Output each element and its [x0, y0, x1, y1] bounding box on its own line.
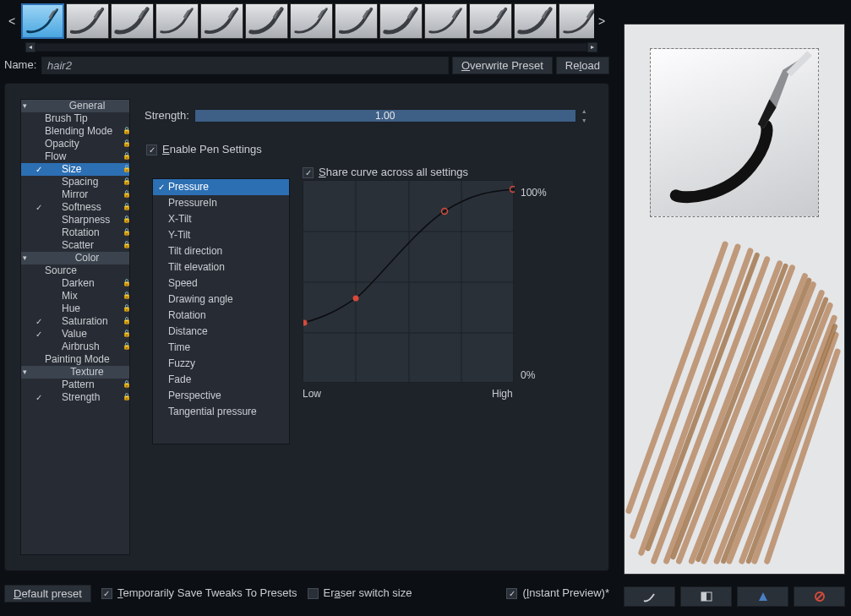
- svg-point-20: [353, 296, 359, 302]
- scroll-right-icon[interactable]: ▸: [587, 42, 597, 52]
- strength-label: Strength:: [145, 109, 189, 123]
- sensor-list: ✓PressurePressureInX-TiltY-TiltTilt dire…: [152, 178, 290, 444]
- sensor-item[interactable]: Perspective: [153, 388, 289, 404]
- tree-item[interactable]: Flow🔒: [21, 150, 129, 163]
- brush-preview: [624, 24, 845, 575]
- preview-gradient-button[interactable]: [737, 586, 788, 607]
- scroll-track[interactable]: [35, 43, 587, 52]
- preset-thumb[interactable]: [66, 3, 109, 39]
- svg-line-30: [816, 593, 823, 600]
- preset-scrollbar[interactable]: ◂ ▸: [25, 42, 597, 52]
- strength-row: Strength: 1.00 ▲▼: [145, 107, 590, 124]
- preset-thumb[interactable]: [469, 3, 512, 39]
- tree-header[interactable]: ▾Texture: [21, 366, 129, 379]
- preset-next[interactable]: >: [594, 14, 609, 29]
- tree-item[interactable]: Sharpness🔒: [21, 214, 129, 226]
- preset-thumb[interactable]: [111, 3, 154, 39]
- curve-axis-max: 100%: [521, 187, 547, 200]
- tree-item[interactable]: ✓Softness🔒: [21, 201, 129, 214]
- brush-stroke-preview: [625, 25, 844, 571]
- overwrite-preset-button[interactable]: Overwrite Preset: [452, 57, 553, 74]
- temp-save-checkbox[interactable]: ✓Temporarily Save Tweaks To Presets: [101, 586, 297, 601]
- svg-marker-28: [759, 592, 767, 601]
- tree-item[interactable]: Rotation🔒: [21, 226, 129, 239]
- svg-point-19: [303, 320, 308, 326]
- preview-fill-button[interactable]: [680, 586, 732, 607]
- reload-button[interactable]: Reload: [556, 57, 609, 74]
- tree-item[interactable]: Spacing🔒: [21, 176, 129, 188]
- preset-thumb[interactable]: [514, 3, 557, 39]
- preset-strip: < >: [4, 3, 609, 39]
- curve-axis-high: High: [492, 388, 513, 401]
- sensor-item[interactable]: Drawing angle: [153, 292, 289, 308]
- tree-item[interactable]: ✓Strength🔒: [21, 391, 129, 404]
- default-preset-button[interactable]: Default preset: [4, 585, 91, 602]
- curve-axis-low: Low: [303, 388, 321, 401]
- scroll-left-icon[interactable]: ◂: [25, 42, 35, 52]
- tree-item[interactable]: ✓Saturation🔒: [21, 315, 129, 328]
- tree-item[interactable]: Opacity🔒: [21, 138, 129, 150]
- tree-header[interactable]: ▾General: [21, 100, 129, 112]
- tree-item[interactable]: Darken🔒: [21, 277, 129, 290]
- tree-item[interactable]: Mix🔒: [21, 290, 129, 303]
- sensor-item[interactable]: Fade: [153, 372, 289, 388]
- preset-thumb[interactable]: [245, 3, 288, 39]
- preset-thumb[interactable]: [424, 3, 467, 39]
- preset-thumb[interactable]: [559, 3, 594, 39]
- tree-item[interactable]: Airbrush🔒: [21, 341, 129, 353]
- sensor-item[interactable]: Y-Tilt: [153, 227, 289, 243]
- sensor-item[interactable]: Speed: [153, 275, 289, 292]
- curve-editor[interactable]: [303, 180, 514, 383]
- sensor-item[interactable]: Tangential pressure: [153, 404, 289, 420]
- tree-item[interactable]: Painting Mode: [21, 353, 129, 366]
- preset-prev[interactable]: <: [4, 14, 19, 29]
- eraser-switch-checkbox[interactable]: ✓Eraser switch size: [308, 586, 412, 601]
- preview-toolbar: [624, 586, 845, 607]
- sensor-item[interactable]: ✓Pressure: [153, 179, 289, 195]
- name-label: Name:: [4, 58, 38, 73]
- sensor-item[interactable]: PressureIn: [153, 195, 289, 211]
- preset-thumb[interactable]: [335, 3, 378, 39]
- tree-item[interactable]: Source: [21, 264, 129, 277]
- preset-thumb[interactable]: [21, 3, 64, 39]
- preview-brush-button[interactable]: [624, 586, 675, 607]
- tree-item[interactable]: Brush Tip: [21, 112, 129, 125]
- bottom-bar: Default preset ✓Temporarily Save Tweaks …: [4, 585, 609, 602]
- instant-preview-checkbox[interactable]: ✓(Instant Preview)*: [506, 586, 609, 601]
- preset-thumb[interactable]: [155, 3, 199, 39]
- preset-thumbs: [19, 3, 594, 39]
- tree-item[interactable]: Pattern🔒: [21, 379, 129, 391]
- preset-thumb[interactable]: [379, 3, 423, 39]
- name-input[interactable]: [41, 57, 449, 74]
- sensor-item[interactable]: X-Tilt: [153, 211, 289, 227]
- name-row: Name: Overwrite Preset Reload: [4, 56, 609, 74]
- share-curve-checkbox[interactable]: ✓Share curve across all settings: [303, 166, 468, 180]
- tree-item[interactable]: Hue🔒: [21, 303, 129, 315]
- editor-panel: ▾GeneralBrush TipBlending Mode🔒Opacity🔒F…: [4, 83, 609, 571]
- tree-item[interactable]: ✓Size🔒: [21, 163, 129, 176]
- curve-axis-min: 0%: [521, 369, 535, 383]
- sensor-item[interactable]: Rotation: [153, 308, 289, 324]
- sensor-item[interactable]: Tilt elevation: [153, 259, 289, 275]
- preset-thumb[interactable]: [290, 3, 333, 39]
- sensor-item[interactable]: Fuzzy: [153, 356, 289, 372]
- preset-thumb[interactable]: [200, 3, 243, 39]
- strength-slider[interactable]: 1.00: [194, 109, 576, 123]
- tree-item[interactable]: Blending Mode🔒: [21, 125, 129, 138]
- settings-tree: ▾GeneralBrush TipBlending Mode🔒Opacity🔒F…: [20, 99, 130, 555]
- enable-pen-checkbox[interactable]: ✓Enable Pen Settings: [146, 143, 262, 157]
- sensor-item[interactable]: Tilt direction: [153, 243, 289, 259]
- tree-header[interactable]: ▾Color: [21, 252, 129, 264]
- sensor-item[interactable]: Time: [153, 340, 289, 356]
- svg-rect-27: [701, 592, 706, 601]
- strength-spinner[interactable]: ▲▼: [581, 107, 590, 124]
- sensor-item[interactable]: Distance: [153, 324, 289, 340]
- preview-clear-button[interactable]: [794, 586, 845, 607]
- tree-item[interactable]: ✓Value🔒: [21, 328, 129, 341]
- tree-item[interactable]: Scatter🔒: [21, 239, 129, 252]
- tree-item[interactable]: Mirror🔒: [21, 188, 129, 201]
